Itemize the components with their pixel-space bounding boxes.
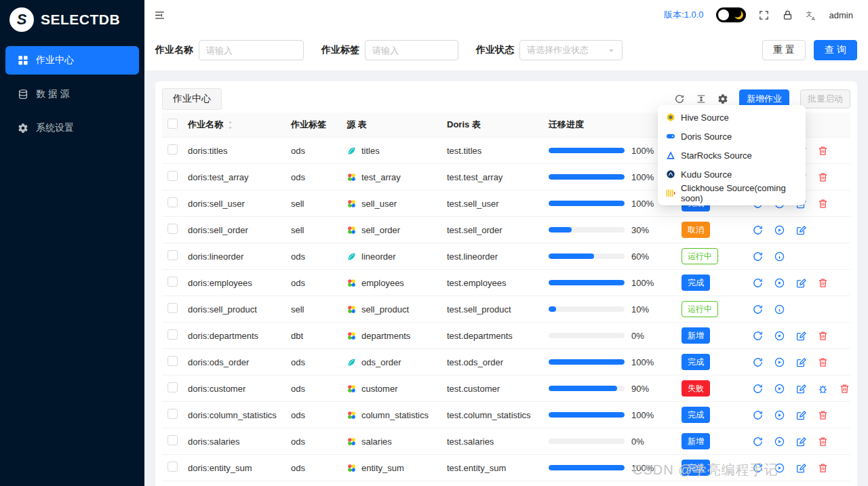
density-icon[interactable] (696, 94, 707, 104)
lock-icon[interactable] (782, 9, 793, 21)
job-name-input[interactable] (199, 40, 304, 60)
job-name-cell: doris:salaries (182, 428, 285, 455)
edit-icon[interactable] (795, 409, 807, 421)
edit-icon[interactable] (795, 330, 807, 342)
delete-icon[interactable] (817, 409, 829, 421)
row-checkbox[interactable] (167, 144, 178, 155)
play-icon[interactable] (774, 383, 785, 394)
sync-icon[interactable] (752, 251, 764, 262)
play-icon[interactable] (774, 277, 785, 289)
sidebar-item[interactable]: 作业中心 (5, 46, 139, 75)
status-badge[interactable]: 新增 (682, 327, 710, 344)
sync-icon[interactable] (752, 409, 764, 421)
source-table-icon (347, 437, 357, 447)
delete-icon[interactable] (817, 436, 829, 447)
play-icon[interactable] (774, 462, 785, 474)
sort-icon[interactable] (227, 121, 233, 129)
row-checkbox[interactable] (167, 303, 178, 313)
sidebar-item[interactable]: 系统设置 (5, 114, 139, 142)
status-badge[interactable]: 运行中 (682, 301, 718, 317)
row-checkbox[interactable] (167, 171, 178, 181)
query-button[interactable]: 查 询 (814, 40, 857, 60)
theme-toggle[interactable]: 🌙 (716, 7, 746, 22)
play-icon[interactable] (774, 224, 785, 236)
play-icon[interactable] (774, 436, 785, 447)
menu-fold-icon[interactable] (154, 9, 165, 21)
play-icon[interactable] (774, 330, 785, 342)
sync-icon[interactable] (752, 277, 764, 289)
edit-icon[interactable] (795, 277, 807, 289)
delete-icon[interactable] (839, 383, 850, 394)
sync-icon[interactable] (752, 383, 764, 394)
fullscreen-icon[interactable] (758, 9, 770, 21)
chevron-down-icon (608, 47, 615, 54)
sync-icon[interactable] (752, 436, 764, 447)
delete-icon[interactable] (817, 462, 829, 474)
job-tag-input[interactable] (365, 40, 458, 60)
sync-icon[interactable] (752, 304, 764, 315)
row-checkbox[interactable] (167, 197, 178, 207)
job-status-select[interactable]: 请选择作业状态 (519, 40, 623, 60)
row-checkbox[interactable] (167, 277, 178, 287)
job-name-cell: doris:entity_sum (182, 455, 285, 481)
play-icon[interactable] (774, 409, 785, 421)
doris-table-cell: test.dm_trd_1d (441, 481, 543, 486)
row-checkbox[interactable] (167, 409, 178, 419)
info-icon[interactable] (774, 251, 785, 262)
dropdown-item-label: Doris Source (681, 131, 732, 142)
reset-button[interactable]: 重 置 (762, 40, 806, 60)
dropdown-item[interactable]: Hive Source (660, 108, 803, 127)
translate-icon[interactable]: 文A (806, 9, 817, 21)
sync-icon[interactable] (752, 224, 764, 236)
source-table-icon (347, 199, 357, 209)
dropdown-item-label: Hive Source (681, 113, 729, 123)
progress-bar (549, 174, 625, 180)
sync-icon[interactable] (752, 357, 764, 368)
debug-icon[interactable] (817, 383, 829, 394)
sidebar-item[interactable]: 数 据 源 (5, 80, 139, 108)
delete-icon[interactable] (817, 357, 829, 368)
delete-icon[interactable] (817, 198, 829, 209)
delete-icon[interactable] (817, 145, 829, 157)
play-icon[interactable] (774, 357, 785, 368)
row-checkbox[interactable] (167, 250, 178, 260)
table-settings-icon[interactable] (717, 94, 728, 104)
status-badge[interactable]: 完成 (682, 407, 710, 423)
progress-bar (549, 227, 625, 232)
row-checkbox[interactable] (167, 356, 178, 366)
tab-job-center[interactable]: 作业中心 (162, 88, 222, 110)
row-checkbox[interactable] (167, 382, 178, 392)
progress-bar (549, 148, 625, 153)
status-badge[interactable]: 完成 (682, 275, 710, 291)
sync-icon[interactable] (752, 462, 764, 474)
row-checkbox[interactable] (167, 435, 178, 445)
select-all-checkbox[interactable] (167, 119, 178, 129)
dropdown-item[interactable]: Clickhouse Source(coming soon) (660, 184, 803, 203)
info-icon[interactable] (774, 304, 785, 315)
source-table-icon (347, 304, 357, 315)
dropdown-item[interactable]: Kudu Source (660, 165, 803, 184)
delete-icon[interactable] (817, 277, 829, 289)
edit-icon[interactable] (795, 357, 807, 368)
sync-icon[interactable] (752, 330, 764, 342)
status-badge[interactable]: 新增 (682, 433, 710, 449)
status-badge[interactable]: 完成 (682, 460, 710, 476)
edit-icon[interactable] (795, 436, 807, 447)
dropdown-item[interactable]: Doris Source (660, 127, 803, 146)
status-badge[interactable]: 取消 (682, 222, 710, 238)
status-badge[interactable]: 运行中 (682, 248, 718, 264)
refresh-icon[interactable] (674, 94, 685, 104)
sidebar: S SELECTDB 作业中心数 据 源系统设置 (0, 0, 144, 486)
status-badge[interactable]: 失败 (682, 380, 710, 397)
row-checkbox[interactable] (167, 462, 178, 472)
row-checkbox[interactable] (167, 329, 178, 340)
delete-icon[interactable] (817, 330, 829, 342)
row-checkbox[interactable] (167, 224, 178, 234)
edit-icon[interactable] (795, 383, 807, 394)
edit-icon[interactable] (795, 462, 807, 474)
status-badge[interactable]: 完成 (682, 354, 710, 370)
dropdown-item[interactable]: StarRocks Source (660, 146, 803, 165)
delete-icon[interactable] (817, 171, 829, 183)
batch-start-button[interactable]: 批量启动 (800, 89, 850, 108)
edit-icon[interactable] (795, 224, 807, 236)
